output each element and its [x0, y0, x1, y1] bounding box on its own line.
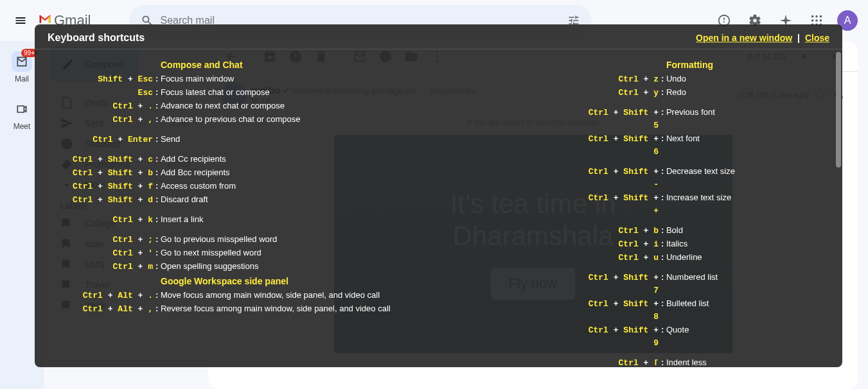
shortcut-group-title: Compose and Chat: [35, 60, 433, 70]
svg-point-0: [811, 15, 814, 18]
shortcut-key: Ctrl + [: [583, 357, 659, 365]
close-dialog-link[interactable]: Close: [805, 33, 829, 43]
svg-point-2: [820, 15, 822, 18]
shortcut-description: Increase text size: [659, 191, 731, 204]
shortcut-key: Ctrl + u: [583, 252, 659, 264]
shortcut-description: Open spelling suggestions: [153, 260, 258, 273]
shortcut-key: Ctrl + Enter: [35, 134, 153, 146]
shortcut-row: Ctrl + Shift + +Increase text size: [583, 191, 827, 218]
video-icon: [15, 103, 28, 116]
shortcut-key: Ctrl + Shift + -: [583, 166, 659, 191]
shortcut-row: Ctrl + iItalics: [583, 238, 827, 251]
shortcut-row: Ctrl + Alt + ,Reverse focus among main w…: [35, 302, 433, 316]
shortcut-row: Ctrl + ;Go to previous misspelled word: [35, 233, 433, 246]
shortcut-row: Ctrl + Shift + fAccess custom from: [35, 180, 433, 193]
shortcut-row: Ctrl + Shift + 5Previous font: [583, 106, 827, 132]
shortcut-description: Bold: [659, 224, 683, 237]
open-new-window-link[interactable]: Open in a new window: [696, 33, 792, 43]
shortcut-description: Quote: [659, 324, 689, 336]
shortcut-key: Ctrl + Alt + .: [35, 290, 153, 302]
shortcut-key: Ctrl + k: [35, 214, 153, 227]
shortcut-key: Ctrl + i: [583, 238, 659, 251]
shortcut-description: Send: [153, 133, 180, 146]
rail-mail-label: Mail: [15, 74, 29, 83]
shortcut-row: Ctrl + yRedo: [583, 86, 827, 99]
svg-point-3: [811, 19, 814, 22]
shortcut-key: Ctrl + Shift + d: [35, 194, 153, 207]
shortcut-description: Decrease text size: [659, 165, 735, 178]
shortcut-group-title: Formatting: [583, 60, 827, 70]
shortcut-key: Ctrl + Shift + 5: [583, 107, 659, 132]
shortcut-description: Indent less: [659, 356, 707, 365]
svg-point-5: [820, 19, 822, 22]
shortcut-key: Ctrl + Shift + b: [35, 167, 153, 180]
shortcut-row: Ctrl + zUndo: [583, 73, 827, 86]
shortcut-key: Ctrl + Shift + 8: [583, 298, 659, 324]
shortcut-description: Advance to previous chat or compose: [153, 113, 300, 126]
shortcut-description: Numbered list: [659, 271, 718, 284]
dialog-scrollbar[interactable]: [836, 52, 841, 168]
link-separator: |: [797, 33, 800, 43]
svg-point-4: [815, 19, 818, 22]
shortcut-description: Go to next misspelled word: [153, 246, 261, 259]
shortcut-description: Go to previous misspelled word: [153, 233, 277, 246]
shortcut-description: Insert a link: [153, 213, 203, 226]
shortcut-description: Undo: [659, 73, 686, 85]
main-menu-button[interactable]: [5, 5, 36, 36]
shortcut-key: Ctrl + y: [583, 87, 659, 99]
shortcut-key: Ctrl + Alt + ,: [35, 303, 153, 316]
shortcut-description: Add Cc recipients: [153, 153, 226, 166]
shortcut-row: Ctrl + Shift + cAdd Cc recipients: [35, 153, 433, 166]
shortcut-row: Ctrl + Shift + 8Bulleted list: [583, 297, 827, 324]
shortcut-key: Shift + Esc: [35, 73, 153, 86]
dialog-body[interactable]: Compose and ChatShift + EscFocus main wi…: [35, 49, 842, 365]
shortcut-row: Ctrl + Alt + .Move focus among main wind…: [35, 289, 433, 302]
dialog-header: Keyboard shortcuts Open in a new window …: [35, 24, 842, 49]
shortcut-description: Move focus among main window, side panel…: [153, 289, 380, 302]
shortcut-row: Shift + EscFocus main window: [35, 73, 433, 86]
shortcut-description: Access custom from: [153, 180, 236, 193]
shortcut-row: Ctrl + bBold: [583, 224, 827, 238]
svg-point-1: [815, 15, 818, 18]
shortcut-row: EscFocus latest chat or compose: [35, 86, 433, 99]
shortcut-row: Ctrl + .Advance to next chat or compose: [35, 99, 433, 113]
shortcuts-column-right: FormattingCtrl + zUndoCtrl + yRedoCtrl +…: [583, 57, 827, 365]
rail-meet-label: Meet: [13, 122, 31, 131]
shortcut-row: Ctrl + uUnderline: [583, 251, 827, 264]
shortcut-description: Previous font: [659, 106, 715, 119]
shortcut-key: Ctrl + ': [35, 247, 153, 260]
shortcut-key: Ctrl + ;: [35, 234, 153, 246]
shortcut-description: Focus main window: [153, 73, 234, 85]
shortcut-description: Focus latest chat or compose: [153, 86, 270, 99]
shortcut-description: Bulleted list: [659, 297, 709, 310]
mail-icon: [15, 55, 28, 68]
shortcut-row: Ctrl + [Indent less: [583, 356, 827, 365]
shortcut-row: Ctrl + Shift + 6Next font: [583, 132, 827, 159]
keyboard-shortcuts-dialog: Keyboard shortcuts Open in a new window …: [35, 24, 842, 367]
shortcut-description: Italics: [659, 238, 687, 250]
shortcut-description: Next font: [659, 132, 700, 145]
shortcut-row: Ctrl + mOpen spelling suggestions: [35, 260, 433, 273]
shortcut-key: Ctrl + Shift + 6: [583, 133, 659, 159]
shortcut-description: Underline: [659, 251, 702, 264]
hamburger-icon: [14, 14, 27, 27]
shortcut-key: Ctrl + Shift + 9: [583, 324, 659, 350]
shortcut-key: Esc: [35, 87, 153, 99]
shortcut-key: Ctrl + m: [35, 261, 153, 273]
shortcut-row: Ctrl + ,Advance to previous chat or comp…: [35, 113, 433, 126]
shortcut-row: Ctrl + Shift + bAdd Bcc recipients: [35, 166, 433, 180]
shortcut-key: Ctrl + Shift + c: [35, 153, 153, 166]
shortcut-group-title: Google Workspace side panel: [35, 276, 433, 286]
shortcut-description: Redo: [659, 86, 686, 99]
shortcut-row: Ctrl + Shift + 7Numbered list: [583, 271, 827, 297]
shortcut-description: Advance to next chat or compose: [153, 99, 285, 112]
shortcut-key: Ctrl + ,: [35, 114, 153, 126]
shortcut-description: Reverse focus among main window, side pa…: [153, 302, 391, 315]
shortcut-key: Ctrl + Shift + +: [583, 192, 659, 218]
shortcut-row: Ctrl + 'Go to next misspelled word: [35, 246, 433, 260]
shortcut-row: Ctrl + EnterSend: [35, 133, 433, 146]
shortcut-row: Ctrl + Shift + dDiscard draft: [35, 193, 433, 207]
shortcut-key: Ctrl + b: [583, 225, 659, 238]
shortcut-row: Ctrl + Shift + -Decrease text size: [583, 165, 827, 191]
shortcut-description: Add Bcc recipients: [153, 166, 230, 179]
